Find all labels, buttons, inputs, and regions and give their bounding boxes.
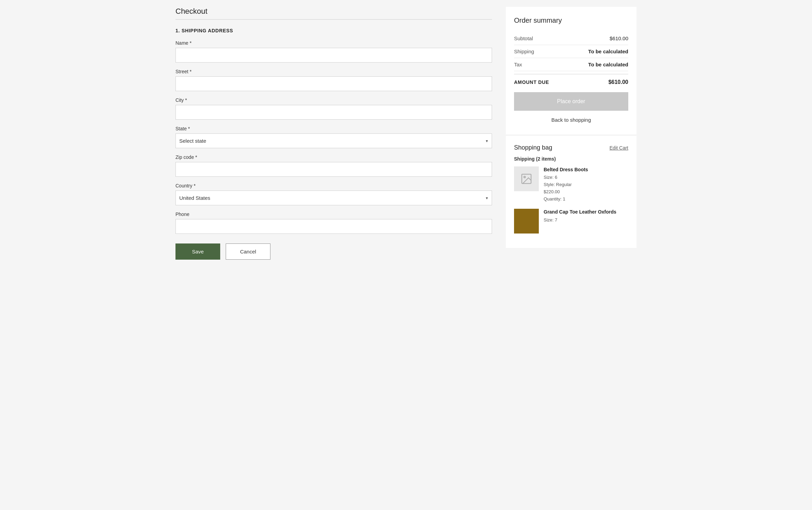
name-input[interactable] [175,48,492,63]
image-placeholder-icon [520,173,533,185]
street-group: Street * [175,69,492,91]
tax-value: To be calculated [588,62,628,67]
zip-input[interactable] [175,162,492,177]
place-order-button[interactable]: Place order [514,92,628,111]
cart-item-image-2 [514,209,539,234]
shipping-row: Shipping To be calculated [514,45,628,58]
shipping-items-label: Shipping (2 items) [514,156,628,162]
state-label: State * [175,126,492,131]
subtotal-label: Subtotal [514,35,533,41]
form-button-row: Save Cancel [175,243,492,260]
country-select[interactable]: United States Canada United Kingdom [175,191,492,205]
shopping-bag-title: Shopping bag [514,144,552,151]
order-summary-card: Order summary Subtotal $610.00 Shipping … [506,7,637,134]
cancel-button[interactable]: Cancel [226,243,270,260]
svg-point-1 [524,176,526,178]
section-header: 1. SHIPPING ADDRESS [175,28,492,33]
phone-label: Phone [175,211,492,217]
cart-item-image-1 [514,166,539,191]
cart-item-2: Grand Cap Toe Leather Oxfords Size: 7 [514,209,628,234]
header-divider [175,19,492,20]
country-select-wrapper: United States Canada United Kingdom ▾ [175,191,492,205]
street-input[interactable] [175,76,492,91]
cart-item-details-1: Belted Dress Boots Size: 6 Style: Regula… [544,166,628,203]
phone-group: Phone [175,211,492,234]
state-select-wrapper: Select state Alabama Alaska Arizona Cali… [175,133,492,148]
city-label: City * [175,97,492,103]
shipping-value: To be calculated [588,48,628,54]
shopping-bag-card: Shopping bag Edit Cart Shipping (2 items… [506,136,637,248]
cart-item-quantity-1: Quantity: 1 [544,196,628,203]
city-group: City * [175,97,492,120]
cart-item-details-2: Grand Cap Toe Leather Oxfords Size: 7 [544,209,628,234]
shipping-label: Shipping [514,48,534,54]
phone-input[interactable] [175,219,492,234]
name-label: Name * [175,40,492,46]
tax-row: Tax To be calculated [514,58,628,71]
cart-item-size-2: Size: 7 [544,217,628,224]
cart-item-name-2: Grand Cap Toe Leather Oxfords [544,209,628,215]
amount-due-value: $610.00 [608,79,628,85]
state-select[interactable]: Select state Alabama Alaska Arizona Cali… [175,133,492,148]
zip-label: Zip code * [175,154,492,160]
cart-item-name-1: Belted Dress Boots [544,166,628,173]
cart-item-price-1: $220.00 [544,188,628,196]
cart-item-style-1: Style: Regular [544,181,628,188]
tax-label: Tax [514,62,522,67]
back-to-shopping-button[interactable]: Back to shopping [514,112,628,128]
cart-item-size-1: Size: 6 [544,174,628,181]
country-label: Country * [175,183,492,188]
subtotal-value: $610.00 [610,35,628,41]
zip-group: Zip code * [175,154,492,177]
city-input[interactable] [175,105,492,120]
order-summary-title: Order summary [514,17,628,24]
street-label: Street * [175,69,492,74]
cart-item: Belted Dress Boots Size: 6 Style: Regula… [514,166,628,203]
shipping-address-form: Name * Street * City * State * Select st… [175,40,492,260]
subtotal-row: Subtotal $610.00 [514,32,628,45]
country-group: Country * United States Canada United Ki… [175,183,492,205]
product-image-placeholder-1 [514,166,539,191]
state-group: State * Select state Alabama Alaska Ariz… [175,126,492,148]
shopping-bag-header: Shopping bag Edit Cart [514,144,628,151]
edit-cart-link[interactable]: Edit Cart [610,145,628,151]
save-button[interactable]: Save [175,243,220,260]
sidebar: Order summary Subtotal $610.00 Shipping … [506,7,637,503]
name-group: Name * [175,40,492,63]
amount-due-row: AMOUNT DUE $610.00 [514,74,628,85]
amount-due-label: AMOUNT DUE [514,79,549,85]
page-title: Checkout [175,7,492,16]
